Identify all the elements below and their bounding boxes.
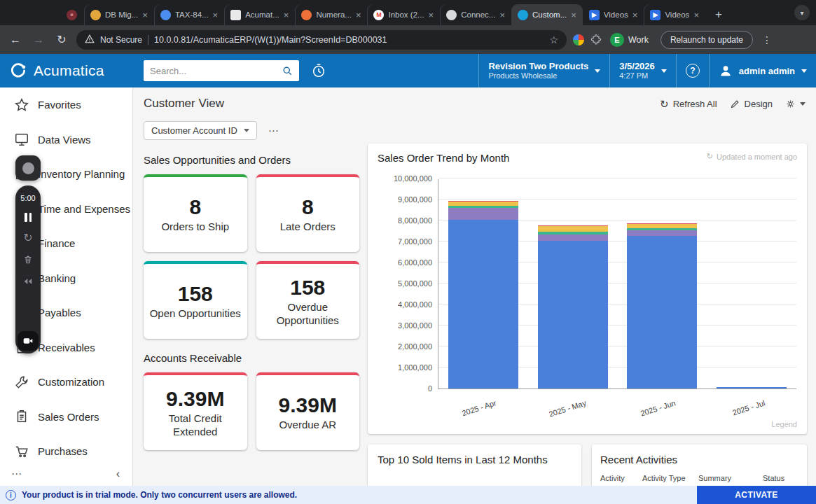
refresh-all-label: Refresh All <box>673 99 717 109</box>
tab-close-icon[interactable]: × <box>693 10 699 20</box>
global-search[interactable] <box>144 60 299 81</box>
tab-title: Acumat... <box>245 10 279 19</box>
customer-account-filter[interactable]: Customer Account ID <box>144 121 257 140</box>
tab-close-icon[interactable]: × <box>142 10 148 20</box>
bar-2025-jul[interactable] <box>717 387 787 388</box>
dashboard-settings-button[interactable] <box>785 99 805 109</box>
tab-close-icon[interactable]: × <box>356 10 361 20</box>
y-axis-tick-label: 5,000,000 <box>398 279 432 288</box>
sidebar-collapse-icon[interactable]: ‹ <box>112 466 124 482</box>
tab-close-icon[interactable]: × <box>499 10 505 20</box>
kpi-value: 8 <box>302 195 314 220</box>
sales-orders-icon <box>14 409 29 424</box>
reload-icon[interactable]: ↻ <box>53 33 70 46</box>
business-date-selector[interactable]: 3/5/2026 4:27 PM <box>609 54 676 88</box>
rewind-icon[interactable] <box>22 276 34 287</box>
sidebar-item-purchases[interactable]: Purchases <box>0 434 132 469</box>
tab-close-icon[interactable]: × <box>213 10 219 20</box>
search-input[interactable] <box>150 66 282 76</box>
column-header-activity[interactable]: Activity <box>600 474 642 482</box>
forward-icon[interactable]: → <box>30 34 47 46</box>
user-menu[interactable]: admin admin <box>709 54 816 88</box>
bar-segment-series-1 <box>627 236 697 388</box>
kpi-label: Total Credit Extended <box>148 412 243 439</box>
browser-tab[interactable]: Acumat...× <box>224 4 295 25</box>
avatar: E <box>610 33 624 47</box>
browser-tab-active[interactable]: Custom...× <box>511 4 583 25</box>
browser-tab[interactable]: ▶Videos× <box>583 4 644 25</box>
recorder-stop-button[interactable] <box>15 155 41 181</box>
tab-search-chevron-icon[interactable]: ▾ <box>794 5 810 20</box>
new-tab-button[interactable]: + <box>710 6 728 24</box>
browser-tab[interactable]: ▶Videos× <box>644 4 705 25</box>
column-header-activity-type[interactable]: Activity Type <box>642 474 698 482</box>
bar-2025-may[interactable] <box>538 225 608 388</box>
column-header-status[interactable]: Status <box>763 474 798 482</box>
camera-button[interactable] <box>18 331 39 351</box>
recorder-timer: 5:00 <box>20 194 35 202</box>
browser-tab[interactable]: ● <box>60 4 84 25</box>
kpi-card-open-opportunities[interactable]: 158Open Opportunities <box>144 261 247 339</box>
bar-2025-jun[interactable] <box>627 223 697 388</box>
relaunch-to-update-button[interactable]: Relaunch to update <box>661 31 753 49</box>
bookmark-star-icon[interactable]: ☆ <box>549 34 558 46</box>
tab-close-icon[interactable]: × <box>429 10 434 20</box>
legend-label[interactable]: Legend <box>771 420 797 428</box>
tab-title: Videos <box>604 10 628 19</box>
extensions-puzzle-icon[interactable] <box>590 34 602 46</box>
kpi-card-late-orders[interactable]: 8Late Orders <box>256 174 360 252</box>
extension-icon[interactable] <box>573 34 584 46</box>
tab-title: Numera... <box>316 10 352 19</box>
kpi-card-total-credit-extended[interactable]: 9.39MTotal Credit Extended <box>144 372 247 450</box>
acumatica-logo[interactable]: Acumatica <box>0 62 133 80</box>
company-selector[interactable]: Revision Two Products Products Wholesale <box>478 54 609 88</box>
dashboard-main: Customer View ↻ Refresh All Design Custo… <box>133 88 816 486</box>
sidebar-item-sales-orders[interactable]: Sales Orders <box>0 400 132 435</box>
activities-title: Recent Activities <box>600 454 798 465</box>
kpi-card-orders-to-ship[interactable]: 8Orders to Ship <box>144 174 247 252</box>
bar-2025-apr[interactable] <box>448 201 518 388</box>
sidebar-item-data-views[interactable]: Data Views <box>0 122 132 158</box>
kpi-card-overdue-ar[interactable]: 9.39MOverdue AR <box>256 372 360 450</box>
refresh-all-button[interactable]: ↻ Refresh All <box>660 99 717 109</box>
kpi-card-overdue-opportunities[interactable]: 158Overdue Opportunities <box>256 261 360 339</box>
help-icon: ? <box>686 64 700 78</box>
y-axis-tick-label: 9,000,000 <box>398 195 432 204</box>
search-icon[interactable] <box>282 66 293 76</box>
tab-close-icon[interactable]: × <box>571 10 576 20</box>
tab-close-icon[interactable]: × <box>632 10 638 20</box>
browser-tab[interactable]: MInbox (2...× <box>367 4 440 25</box>
filter-more-button[interactable]: ⋯ <box>265 123 283 139</box>
kpi-column: Sales Opportunities and Orders8Orders to… <box>144 150 359 460</box>
back-icon[interactable]: ← <box>7 34 24 46</box>
tab-favicon: ▶ <box>650 10 661 20</box>
restart-icon[interactable]: ↻ <box>23 232 32 244</box>
sidebar-item-customization[interactable]: Customization <box>0 365 132 400</box>
security-label[interactable]: Not Secure <box>100 35 142 45</box>
browser-tab[interactable]: Connec...× <box>440 4 511 25</box>
column-header-summary[interactable]: Summary <box>698 474 763 482</box>
tab-favicon <box>301 10 312 20</box>
tab-close-icon[interactable]: × <box>284 10 289 20</box>
business-date-clock-icon[interactable] <box>311 63 326 78</box>
omnibox[interactable]: Not Secure 10.0.0.81/AcumaticaERP/(W(1))… <box>76 30 567 50</box>
browser-tab[interactable]: DB Mig...× <box>84 4 154 25</box>
browser-menu-icon[interactable]: ⋮ <box>759 34 775 46</box>
trash-icon[interactable] <box>22 254 34 265</box>
activate-button[interactable]: ACTIVATE <box>697 486 816 504</box>
design-button[interactable]: Design <box>730 99 773 109</box>
browser-profile-button[interactable]: E Work <box>608 31 654 49</box>
kpi-label: Overdue AR <box>279 419 336 432</box>
browser-tab[interactable]: TAX-84...× <box>154 4 224 25</box>
screen-recorder-overlay: 5:00 ↻ <box>15 155 41 354</box>
sidebar-more-button[interactable]: ⋯ <box>7 466 27 482</box>
help-button[interactable]: ? <box>676 54 709 88</box>
pause-icon[interactable] <box>25 213 32 222</box>
url-text[interactable]: 10.0.0.81/AcumaticaERP/(W(1))/Main?Scree… <box>154 35 544 45</box>
sidebar-item-label: Finance <box>38 237 75 249</box>
sidebar-item-favorites[interactable]: Favorites <box>0 88 132 122</box>
page-actions: ↻ Refresh All Design <box>660 99 805 109</box>
tab-favicon <box>90 10 101 20</box>
omnibox-divider <box>148 35 148 45</box>
browser-tab[interactable]: Numera...× <box>295 4 367 25</box>
